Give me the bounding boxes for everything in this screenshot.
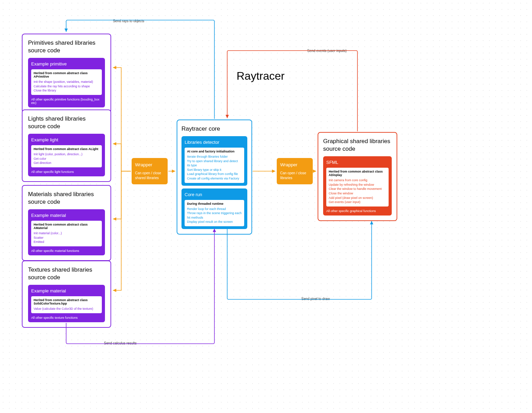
card-line: Throw rays in the scene triggering each … [187,211,242,220]
card-header: Herited from common abstract class ALigh… [34,147,99,151]
card-line: Get events (user input) [329,200,386,204]
card-body: Herited from common abstract class ALigh… [31,145,102,167]
edge-label-pixel: Send pixel to draw [301,297,330,301]
lights-box: Lights shared libraries source code Exam… [22,109,111,182]
card-line: Create all config elements via Factory [187,176,242,181]
card-title: SFML [326,160,389,165]
card-title: Example primitive [31,61,102,67]
card-line: Iterate through libraries folder [187,155,242,159]
example-card: Example material Herited from common abs… [28,285,105,322]
card-line: Value (calculate the Color3D of the text… [34,307,99,311]
diagram-title: Raytracer [237,70,285,82]
card-header: Herited from common abstract class ADisp… [329,170,386,177]
graphical-box: Graphical shared libraries source code S… [318,132,397,221]
wrapper-desc: Can open / close shared libraries [135,171,164,180]
box-title: Graphical shared libraries source code [323,138,392,153]
card-line: Get direction [34,161,99,165]
card-title: Example light [31,137,102,142]
card-footer: All other specific texture functions [31,316,102,319]
wrapper-right: Wrapper Can open / close libraries [277,158,313,184]
box-title: Textures shared libraries source code [28,266,105,281]
card-body: During threaded runtime Render loop for … [185,200,244,226]
card-title: Example material [31,213,102,218]
card-line: Scatter [34,236,99,240]
box-title: Primitives shared libraries source code [28,39,105,54]
box-title: Raytracer core [181,125,247,133]
card-footer: All other specific material functions [31,249,102,253]
wrapper-title: Wrapper [280,162,309,167]
example-card: Example light Herited from common abstra… [28,134,105,176]
card-line: Init light (color, position, direction..… [34,152,99,157]
card-line: Render loop for each thread [187,207,242,211]
card-header: During threaded runtime [187,202,242,205]
card-footer: All other specific light functions [31,170,102,174]
card-line: Clear the window to handle movement [329,187,386,191]
card-line: Sort library type or skip it [187,168,242,172]
card-body: At core and factory initialisation Itera… [185,148,244,183]
card-header: Herited from common abstract class APrim… [34,71,99,78]
card-header: Herited from common abstract class Solid… [34,298,99,305]
card-footer: All other specific primitive functions (… [31,98,102,105]
card-header: Herited from common abstract class AMate… [34,223,99,230]
sfml-card: SFML Herited from common abstract class … [323,156,392,216]
wrapper-desc: Can open / close libraries [280,171,309,180]
card-line: Calculate the ray hits according to shap… [34,84,99,89]
textures-box: Textures shared libraries source code Ex… [22,261,111,328]
card-line: Load graphical library from config file [187,172,242,176]
primitives-box: Primitives shared libraries source code … [22,34,111,113]
materials-box: Materials shared libraries source code E… [22,185,111,261]
card-line: Close the library [34,88,99,93]
card-body: Herited from common abstract class Solid… [31,296,102,313]
card-body: Herited from common abstract class APrim… [31,69,102,95]
card-title: Libraries detector [185,140,244,145]
card-line: Init the shape (position, variables, mat… [34,80,99,84]
edge-label-rays: Send rays to objects [113,19,144,23]
card-line: Emitted [34,240,99,244]
card-body: Herited from common abstract class ADisp… [326,168,389,206]
card-line: Try to open shared library and detect it… [187,159,242,168]
core-run-card: Core run During threaded runtime Render … [181,188,247,229]
edge-label-events: Send events (user inputs) [307,49,347,53]
card-header: At core and factory initialisation [187,150,242,153]
card-line: Update by refreshing the window [329,183,386,187]
card-line: Init material (color...) [34,231,99,236]
card-line: Display pixel result on the screen [187,220,242,224]
card-body: Herited from common abstract class AMate… [31,221,102,246]
core-box: Raytracer core Libraries detector At cor… [177,120,252,235]
wrapper-left: Wrapper Can open / close shared librarie… [132,158,168,184]
example-card: Example material Herited from common abs… [28,209,105,255]
box-title: Materials shared libraries source code [28,191,105,206]
card-title: Core run [185,192,244,197]
edge-label-calc: Send calculus results [104,341,137,345]
box-title: Lights shared libraries source code [28,115,105,130]
example-card: Example primitive Herited from common ab… [28,58,105,107]
libraries-detector-card: Libraries detector At core and factory i… [181,136,247,186]
card-line: Init camera from core config [329,178,386,183]
card-line: Add pixel (draw pixel on screen) [329,196,386,200]
card-footer: All other specific graphical functions [326,209,389,213]
card-title: Example material [31,288,102,293]
card-line: Close the window [329,191,386,196]
wrapper-title: Wrapper [135,162,164,167]
card-line: Get color [34,157,99,161]
